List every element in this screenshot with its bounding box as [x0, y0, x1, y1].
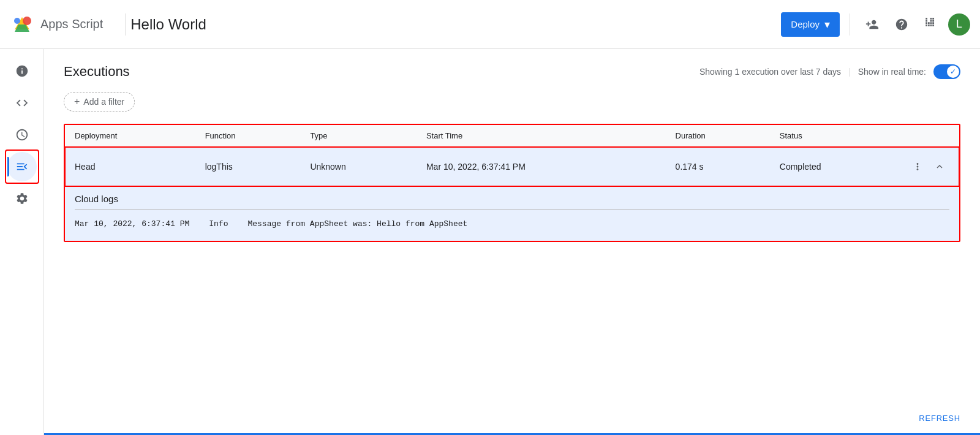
- cell-type: Unknown: [300, 147, 417, 187]
- log-message: Message from AppSheet was: Hello from Ap…: [247, 219, 467, 229]
- cloud-logs-section: Cloud logs Mar 10, 2022, 6:37:41 PM Info…: [65, 186, 959, 241]
- apps-script-icon: [10, 12, 34, 37]
- divider-pipe: |: [848, 67, 851, 77]
- log-timestamp: Mar 10, 2022, 6:37:41 PM: [75, 219, 189, 229]
- add-person-button[interactable]: [860, 12, 884, 37]
- col-actions: [898, 125, 959, 147]
- toggle-track: ✓: [933, 64, 960, 79]
- cloud-logs-title: Cloud logs: [75, 186, 949, 209]
- chevron-up-icon: [934, 161, 945, 172]
- editor-icon: [15, 96, 29, 110]
- header-divider: [125, 13, 126, 36]
- content-header: Executions Showing 1 execution over last…: [64, 64, 960, 80]
- header-info-area: Showing 1 execution over last 7 days | S…: [699, 64, 960, 79]
- sidebar-item-executions[interactable]: [7, 152, 37, 181]
- realtime-label: Show in real time:: [858, 67, 926, 77]
- deploy-chevron-icon: ▾: [824, 18, 830, 31]
- info-icon: [15, 64, 29, 78]
- row-actions: [908, 157, 949, 176]
- svg-point-1: [14, 18, 20, 24]
- more-vert-icon: [912, 161, 923, 172]
- add-filter-button[interactable]: + Add a filter: [64, 92, 135, 112]
- refresh-button[interactable]: REFRESH: [919, 414, 960, 423]
- cell-actions: [898, 147, 959, 187]
- cell-deployment: Head: [65, 147, 195, 187]
- deploy-label: Deploy: [791, 19, 820, 29]
- toggle-thumb: ✓: [947, 66, 959, 78]
- col-type: Type: [300, 125, 417, 147]
- content-area: Executions Showing 1 execution over last…: [44, 49, 980, 435]
- triggers-icon: [15, 128, 29, 142]
- sidebar-item-overview[interactable]: [7, 56, 37, 86]
- logo-area: Apps Script: [10, 12, 103, 37]
- project-name: Hello World: [130, 16, 206, 33]
- main-layout: Executions Showing 1 execution over last…: [0, 49, 980, 435]
- deploy-button[interactable]: Deploy ▾: [781, 12, 840, 37]
- executions-icon: [15, 160, 29, 173]
- col-status: Status: [770, 125, 898, 147]
- sidebar-item-triggers[interactable]: [7, 120, 37, 149]
- more-options-button[interactable]: [908, 157, 927, 176]
- showing-info-text: Showing 1 execution over last 7 days: [699, 67, 841, 77]
- col-function: Function: [195, 125, 301, 147]
- col-deployment: Deployment: [65, 125, 195, 147]
- add-filter-plus-icon: +: [74, 96, 80, 107]
- sidebar: [0, 49, 44, 435]
- cell-starttime: Mar 10, 2022, 6:37:41 PM: [417, 147, 666, 187]
- help-button[interactable]: [889, 12, 914, 37]
- cell-duration: 0.174 s: [666, 147, 770, 187]
- sidebar-item-settings[interactable]: [7, 184, 37, 213]
- add-filter-label: Add a filter: [83, 97, 124, 107]
- avatar[interactable]: L: [948, 13, 970, 36]
- log-level: Info: [209, 219, 228, 229]
- cell-status: Completed: [770, 147, 898, 187]
- log-entry: Mar 10, 2022, 6:37:41 PM Info Message fr…: [75, 217, 949, 231]
- cell-function: logThis: [195, 147, 301, 187]
- add-person-icon: [865, 18, 879, 31]
- executions-table-container: Deployment Function Type Start Time Dura…: [64, 124, 960, 242]
- executions-title: Executions: [64, 64, 130, 80]
- sidebar-active-accent: [7, 157, 9, 176]
- header-right-divider: [850, 13, 850, 36]
- table-row[interactable]: Head logThis Unknown Mar 10, 2022, 6:37:…: [65, 147, 959, 187]
- table-header: Deployment Function Type Start Time Dura…: [65, 125, 959, 147]
- settings-icon: [15, 192, 29, 205]
- table-body: Head logThis Unknown Mar 10, 2022, 6:37:…: [65, 147, 959, 241]
- collapse-button[interactable]: [930, 157, 949, 176]
- header: Apps Script Hello World Deploy ▾ L: [0, 0, 980, 49]
- col-starttime: Start Time: [417, 125, 666, 147]
- executions-table: Deployment Function Type Start Time Dura…: [65, 125, 959, 241]
- sidebar-item-editor[interactable]: [7, 88, 37, 118]
- cloud-logs-divider: [75, 209, 949, 210]
- col-duration: Duration: [666, 125, 770, 147]
- svg-point-0: [23, 17, 31, 25]
- apps-grid-icon: [924, 18, 938, 31]
- expanded-log-row: Cloud logs Mar 10, 2022, 6:37:41 PM Info…: [65, 186, 959, 241]
- app-name-label: Apps Script: [40, 17, 103, 31]
- help-icon: [895, 18, 908, 31]
- apps-grid-button[interactable]: [919, 12, 943, 37]
- realtime-toggle[interactable]: ✓: [933, 64, 960, 79]
